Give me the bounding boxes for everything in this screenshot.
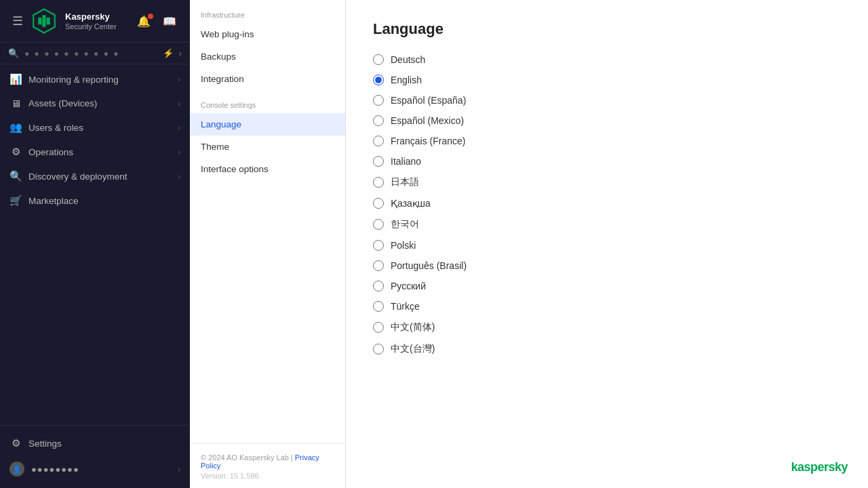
language-option-francais[interactable]: Français (France) <box>373 136 841 146</box>
language-option-chinese_traditional[interactable]: 中文(台灣) <box>373 343 841 355</box>
sidebar-item-label: Marketplace <box>28 196 180 206</box>
language-label-deutsch: Deutsch <box>391 54 425 65</box>
expand-icon[interactable]: › <box>179 48 182 58</box>
kaspersky-brand-logo: kaspersky <box>791 460 848 474</box>
notification-button[interactable]: 🔔 <box>133 12 155 30</box>
chevron-icon: › <box>178 465 180 473</box>
sidebar-item-operations[interactable]: ⚙ Operations › <box>0 140 190 164</box>
sidebar-search-row: 🔍 ⚡ › <box>0 43 190 64</box>
language-radio-russian[interactable] <box>373 281 384 291</box>
language-option-deutsch[interactable]: Deutsch <box>373 54 841 65</box>
language-label-russian: Русский <box>391 281 426 291</box>
middle-item-language[interactable]: Language <box>190 113 345 136</box>
middle-item-integration[interactable]: Integration <box>190 68 345 90</box>
language-label-espanol_mexico: Español (Mexico) <box>391 115 464 126</box>
middle-item-theme[interactable]: Theme <box>190 136 345 158</box>
language-label-japanese: 日本語 <box>391 176 419 188</box>
username-text: ●●●●●●●● <box>31 464 171 474</box>
sidebar-item-discovery[interactable]: 🔍 Discovery & deployment › <box>0 164 190 188</box>
language-option-polski[interactable]: Polski <box>373 240 841 251</box>
avatar: 👤 <box>9 462 24 476</box>
middle-item-webplugins[interactable]: Web plug-ins <box>190 23 345 45</box>
middle-item-interface-options[interactable]: Interface options <box>190 158 345 180</box>
language-label-turkce: Türkçe <box>391 301 420 312</box>
language-label-chinese_simplified: 中文(简体) <box>391 321 435 333</box>
language-label-chinese_traditional: 中文(台灣) <box>391 343 435 355</box>
sidebar-item-label: Operations <box>28 147 171 157</box>
language-radio-deutsch[interactable] <box>373 54 384 65</box>
users-icon: 👥 <box>9 121 22 134</box>
language-option-english[interactable]: English <box>373 75 841 85</box>
language-option-italiano[interactable]: Italiano <box>373 156 841 167</box>
language-option-turkce[interactable]: Türkçe <box>373 301 841 312</box>
language-option-espanol_mexico[interactable]: Español (Mexico) <box>373 115 841 126</box>
language-option-korean[interactable]: 한국어 <box>373 218 841 230</box>
logo-area: Kaspersky Security Center <box>26 7 133 35</box>
sidebar-item-label: Users & roles <box>28 123 171 133</box>
sidebar-nav: 📊 Monitoring & reporting › 🖥 Assets (Dev… <box>0 64 190 425</box>
language-option-espanol_espana[interactable]: Español (España) <box>373 95 841 106</box>
language-radio-italiano[interactable] <box>373 156 384 167</box>
language-radio-chinese_simplified[interactable] <box>373 322 384 333</box>
language-list: DeutschEnglishEspañol (España)Español (M… <box>373 54 841 355</box>
sidebar-item-monitoring[interactable]: 📊 Monitoring & reporting › <box>0 67 190 92</box>
language-label-portugues: Português (Brasil) <box>391 260 467 271</box>
hamburger-button[interactable]: ☰ <box>9 11 26 31</box>
middle-panel: Infrastructure Web plug-ins Backups Inte… <box>190 0 346 488</box>
language-option-kazakh[interactable]: Қазақша <box>373 198 841 209</box>
sidebar-item-marketplace[interactable]: 🛒 Marketplace <box>0 188 190 213</box>
operations-icon: ⚙ <box>9 146 22 158</box>
language-radio-kazakh[interactable] <box>373 198 384 209</box>
language-radio-turkce[interactable] <box>373 301 384 312</box>
language-option-chinese_simplified[interactable]: 中文(简体) <box>373 321 841 333</box>
svg-rect-3 <box>47 18 50 25</box>
language-radio-portugues[interactable] <box>373 260 384 271</box>
kaspersky-logo-icon <box>30 7 58 35</box>
language-radio-polski[interactable] <box>373 240 384 251</box>
book-icon: 📖 <box>163 16 176 27</box>
search-icon: 🔍 <box>8 48 19 58</box>
language-radio-chinese_traditional[interactable] <box>373 344 384 354</box>
sidebar-search-input[interactable] <box>24 49 157 58</box>
main-content: Language DeutschEnglishEspañol (España)E… <box>346 0 868 488</box>
language-radio-japanese[interactable] <box>373 177 384 188</box>
language-radio-korean[interactable] <box>373 219 384 230</box>
language-label-francais: Français (France) <box>391 136 465 146</box>
chevron-icon: › <box>178 148 180 156</box>
sidebar-item-label: Assets (Devices) <box>28 98 171 108</box>
docs-button[interactable]: 📖 <box>159 12 180 30</box>
language-label-polski: Polski <box>391 240 416 251</box>
language-label-italiano: Italiano <box>391 156 421 167</box>
middle-item-backups[interactable]: Backups <box>190 45 345 68</box>
sidebar: ☰ Kaspersky Security Center 🔔 📖 <box>0 0 190 488</box>
chevron-icon: › <box>178 75 180 83</box>
sidebar-header: ☰ Kaspersky Security Center 🔔 📖 <box>0 0 190 43</box>
language-option-russian[interactable]: Русский <box>373 281 841 291</box>
discovery-icon: 🔍 <box>9 170 22 182</box>
infrastructure-label: Infrastructure <box>190 0 345 23</box>
sidebar-item-assets[interactable]: 🖥 Assets (Devices) › <box>0 92 190 115</box>
chevron-icon: › <box>178 100 180 108</box>
monitoring-icon: 📊 <box>9 73 22 85</box>
language-label-english: English <box>391 75 422 85</box>
sidebar-item-settings[interactable]: ⚙ Settings <box>0 431 190 455</box>
filter-icon[interactable]: ⚡ <box>163 48 174 58</box>
svg-rect-2 <box>42 15 45 27</box>
logo-text: Kaspersky Security Center <box>65 12 117 30</box>
hamburger-icon: ☰ <box>12 14 23 28</box>
settings-icon: ⚙ <box>9 437 22 449</box>
language-radio-english[interactable] <box>373 75 384 85</box>
language-option-portugues[interactable]: Português (Brasil) <box>373 260 841 271</box>
marketplace-icon: 🛒 <box>9 195 22 207</box>
language-radio-espanol_mexico[interactable] <box>373 115 384 126</box>
language-option-japanese[interactable]: 日本語 <box>373 176 841 188</box>
sidebar-item-users[interactable]: 👥 Users & roles › <box>0 115 190 140</box>
settings-label: Settings <box>28 439 180 449</box>
sidebar-item-label: Monitoring & reporting <box>28 75 171 85</box>
sidebar-item-user[interactable]: 👤 ●●●●●●●● › <box>0 455 190 483</box>
language-label-kazakh: Қазақша <box>391 198 431 209</box>
console-settings-label: Console settings <box>190 90 345 113</box>
middle-footer: © 2024 AO Kaspersky Lab | Privacy Policy… <box>190 443 345 488</box>
language-radio-francais[interactable] <box>373 136 384 146</box>
language-radio-espanol_espana[interactable] <box>373 95 384 106</box>
